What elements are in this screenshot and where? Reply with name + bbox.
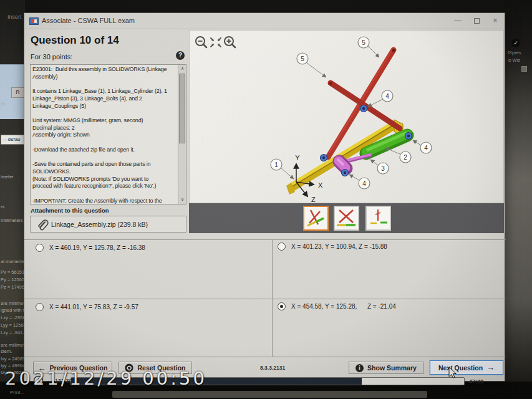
background-insert-label: Insert — [7, 14, 22, 20]
bg-fragment: Print... — [10, 390, 24, 395]
answer-option-d[interactable]: X = 454.58, Y = 125.28, Z = -21.04 — [278, 302, 396, 310]
model-viewport[interactable]: 1 2 3 4 4 4 5 5 Y X Z — [189, 30, 504, 203]
desk-strip — [112, 391, 427, 398]
bg-fragment: Pz = 174951 — [1, 284, 27, 290]
bg-fragment: Lxy = -2958. — [1, 315, 26, 320]
close-button[interactable]: × — [487, 13, 503, 29]
bg-fragment: is Wiz — [508, 57, 520, 63]
bg-fragment: stem. — [1, 349, 12, 354]
viewport-toolbar — [193, 34, 240, 51]
svg-text:4: 4 — [424, 145, 428, 151]
checkmark-icon: ✓ — [511, 39, 520, 47]
balloon-5: 5 — [358, 37, 369, 48]
arrow-right-icon: → — [486, 363, 495, 372]
next-question-label: Next Question — [438, 364, 483, 372]
assembly-drawing: 1 2 3 4 4 4 5 5 Y X Z — [190, 31, 505, 204]
option-a-label: X = 460.19, Y = 125.78, Z = -16.38 — [49, 244, 145, 251]
maximize-button[interactable] — [468, 13, 485, 29]
view-thumbnail-strip — [189, 203, 504, 233]
remaining-time: -47:30 — [467, 378, 483, 385]
scrollbar-thumb[interactable] — [179, 74, 185, 143]
bg-fragment: igned with tl — [1, 307, 26, 313]
bg-fragment: fXpres — [508, 50, 521, 55]
zoom-out-icon[interactable] — [196, 37, 206, 47]
option-c-label: X = 441.01, Y = 75.83, Z = -9.57 — [49, 304, 138, 310]
background-left-panel: Insert R -- defau its imeter rs millimet… — [0, 0, 25, 399]
radio-option-a[interactable] — [36, 244, 44, 252]
divider — [24, 299, 506, 299]
bg-fragment: millimeters — [1, 218, 23, 223]
thumbnail-side-view[interactable] — [365, 206, 391, 231]
radio-option-c[interactable] — [36, 303, 44, 311]
minimize-button[interactable]: — — [450, 13, 466, 29]
svg-text:2: 2 — [404, 154, 407, 161]
question-heading: Question 10 of 14 — [31, 34, 119, 47]
svg-text:4: 4 — [385, 93, 389, 100]
bg-fragment: its — [1, 101, 6, 107]
answer-option-a[interactable]: X = 460.19, Y = 125.78, Z = -16.38 — [36, 244, 145, 252]
info-icon: i — [355, 364, 364, 372]
svg-text:4: 4 — [362, 180, 366, 187]
window-title: Associate - CSWA FULL exam — [42, 17, 135, 24]
thumbnail-iso-drawing — [304, 207, 327, 229]
zoom-fit-icon[interactable] — [211, 38, 221, 47]
question-points: For 30 points: — [31, 53, 72, 60]
bg-fragment: Py = 125659 — [1, 277, 27, 282]
axis-y-label: Y — [295, 154, 300, 161]
bg-fragment: al moments — [1, 259, 25, 264]
scroll-down-icon[interactable]: ∨ — [178, 196, 186, 204]
zoom-in-icon[interactable] — [225, 37, 235, 47]
balloon-4: 4 — [382, 90, 393, 102]
svg-text:1: 1 — [274, 161, 278, 168]
paperclip-icon — [36, 219, 49, 231]
background-dropdown: -- defau — [1, 135, 24, 145]
show-summary-label: Show Summary — [367, 364, 417, 372]
divider — [24, 357, 506, 357]
camera-timestamp-overlay: 2021/12/29 00:50 — [5, 368, 207, 389]
balloon-4: 4 — [420, 142, 432, 153]
option-d-label: X = 454.58, Y = 125.28, Z = -21.04 — [291, 303, 396, 310]
divider — [272, 239, 273, 357]
background-r-button: R — [11, 87, 24, 98]
background-right-panel: ✓ fXpres is Wiz — [505, 0, 532, 399]
thumbnail-side-drawing — [367, 207, 390, 229]
axis-z-label: Z — [311, 196, 316, 203]
attachment-heading: Attachment to this question — [31, 207, 109, 214]
balloon-3: 3 — [377, 163, 389, 174]
divider — [24, 239, 506, 240]
bg-fragment: Lyy = 12565 — [1, 322, 26, 328]
attachment-filename: Linkage_Assembly.zip (239.8 kB) — [51, 221, 148, 228]
bg-fragment: Lzy = -941.9 — [1, 330, 26, 335]
scroll-up-icon[interactable]: ∧ — [178, 65, 186, 73]
part-linkage-piston — [337, 155, 370, 168]
version-text: 8.3.3.2131 — [260, 365, 285, 371]
radio-option-b[interactable] — [278, 243, 286, 251]
bg-fragment: imeter — [1, 174, 14, 180]
bg-fragment: Px = 561512 — [1, 269, 27, 275]
question-scrollbar[interactable]: ∧ ∨ — [178, 65, 186, 204]
balloon-1: 1 — [271, 159, 282, 170]
help-icon[interactable]: ? — [176, 51, 185, 60]
attachment-item[interactable]: Linkage_Assembly.zip (239.8 kB) — [30, 216, 186, 233]
answer-option-b[interactable]: X = 401.23, Y = 100.94, Z = -15.88 — [278, 243, 387, 251]
svg-text:5: 5 — [362, 39, 365, 46]
thumbnail-isometric-view[interactable] — [303, 206, 329, 231]
show-summary-button[interactable]: i Show Summary — [349, 362, 423, 374]
screen-photo: Insert R -- defau its imeter rs millimet… — [0, 0, 532, 399]
svg-text:5: 5 — [301, 55, 304, 62]
titlebar[interactable]: Associate - CSWA FULL exam — × — [24, 13, 505, 29]
balloon-4: 4 — [359, 178, 370, 189]
mouse-cursor — [448, 367, 458, 379]
exam-window: Associate - CSWA FULL exam — × Question … — [24, 12, 505, 382]
next-question-button[interactable]: Next Question → — [430, 360, 503, 375]
balloon-2: 2 — [400, 151, 411, 163]
thumbnail-front-view[interactable] — [334, 206, 359, 231]
bg-fragment: rs — [1, 204, 4, 209]
balloon-5: 5 — [297, 53, 308, 64]
question-text-box: E23001: Build this assembly in SOLIDWORK… — [30, 64, 186, 204]
radio-option-d[interactable] — [278, 302, 286, 310]
thumbnail-front-drawing — [335, 207, 358, 229]
svg-text:3: 3 — [381, 165, 385, 172]
axis-x-label: X — [318, 181, 323, 189]
answer-option-c[interactable]: X = 441.01, Y = 75.83, Z = -9.57 — [36, 303, 138, 311]
